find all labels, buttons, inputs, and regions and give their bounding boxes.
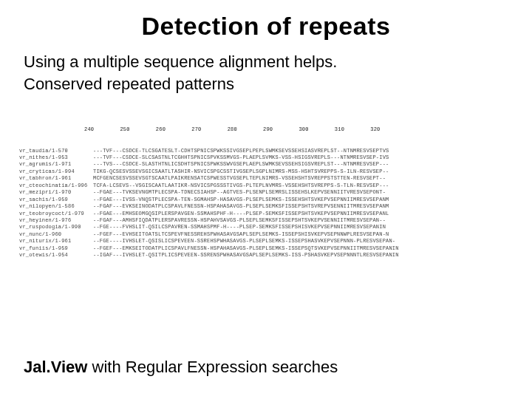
alignment-row-sequence: --FGEF---EVHSEITOATSLTCSPEVFNESSREHSPWHA… [93,231,389,238]
alignment-row-label: vr_taudia/1-570 [19,148,93,154]
alignment-row-sequence: TIKG-QCSESVSSEVSGICSAATLTASHIR-NSVICSPGC… [93,168,389,175]
alignment-row-label: vr_tabhron/1-961 [19,175,93,182]
alignment-row-label: vr_nunc/1-960 [19,231,93,238]
alignment-row: vr_nunc/1-960--FGEF---EVHSEITOATSLTCSPEV… [19,231,508,238]
alignment-row-label: vr_sachis/1-959 [19,197,93,203]
alignment-row-sequence: --FGAE---EMHSEOMGQSIPLERSPAVGEN-SSMAHSPH… [93,211,389,217]
alignment-row-label: vr_nilopyen/1-586 [19,203,93,210]
alignment-row-label: vr_funiis/1-959 [19,245,93,252]
slide: Detection of repeats Using a multiple se… [0,0,532,399]
alignment-row-label: vr_teobroycoct/1-979 [19,211,93,217]
alignment-row-label: vr_niturix/1-961 [19,238,93,245]
alignment-row-label: vr_heyinen/1-976 [19,217,93,224]
alignment-row: vr_niturix/1-961--FGE----IVHSLET-QSISLIC… [19,238,508,245]
alignment-row-sequence: ---TVF---CSDCE-TLCSGATESLT-CDHTSPNICSPWK… [93,148,389,154]
alignment-row-sequence: --FGEF---EMKSEITODATPLICSPAVLFNESSN-HSPA… [93,245,399,252]
alignment-row: vr_heyinen/1-976--FGAF---AMHSFIQDATPLERS… [19,217,508,224]
alignment-row: vr_otewis/1-954--IGAF---IVHSLET-QSITPLIC… [19,252,508,259]
alignment-row-label: vr_cryticas/1-994 [19,168,93,175]
alignment-row: vr_sachis/1-959--FGAE---IVSS-VNQSTPLECSP… [19,197,508,203]
alignment-row: vr_nithes/1-953---TVF---CSDCE-SLCSASTNLT… [19,154,508,161]
alignment-row-label: vr_mezipri/1-970 [19,189,93,196]
alignment-row-sequence: --FGE----FVHSLIT-QSILCSPAVREN-SSMAHSPMF-… [93,224,386,231]
alignment-block: 240 250 260 270 280 290 300 310 320 vr_t… [19,112,508,273]
alignment-row: vr_taudia/1-570---TVF---CSDCE-TLCSGATESL… [19,148,508,154]
alignment-row-sequence: TCFA-LCSEVS--VSGISCAATLAATIKR-NSVICSPGSS… [93,183,389,189]
alignment-row-sequence: --FGAE---TVKSEVNGMTPLECSPA-TDNECSIAHSP--… [93,189,386,196]
footer-line: Jal.View with Regular Expression searche… [24,358,508,377]
alignment-row: vr_nilopyen/1-586--FGAF---EVKSEINODATPLC… [19,203,508,210]
subtitle-line-2: Conserved repeated patterns [24,73,508,95]
alignment-row: vr_cryticas/1-994TIKG-QCSESVSSEVSGICSAAT… [19,168,508,175]
alignment-row-sequence: --FGAF---AMHSFIQDATPLERSPAVRESSN-HSPAHVS… [93,217,386,224]
alignment-row-sequence: ---TVS---CSDCE-SLASTHTNLICSDHTSPNICSPWKS… [93,161,389,168]
alignment-row-sequence: --FGAE---IVSS-VNQSTPLECSPA-TEN-SGMAHSP-H… [93,197,389,203]
alignment-row-sequence: --FGAF---EVKSEINODATPLCSPAVLFNESSN-HSPAH… [93,203,389,210]
alignment-row-sequence: ---TVF---CSDCE-SLCSASTNLTCGHHTSPNICSPVKS… [93,154,389,161]
alignment-row: vr_mezipri/1-970--FGAE---TVKSEVNGMTPLECS… [19,189,508,196]
alignment-row-sequence: --IGAF---IVHSLET-QSITPLICSPEVEEN-SSRENSP… [93,252,399,259]
subtitle-line-1: Using a multiple sequence alignment help… [24,51,508,73]
footer-bold: Jal.View [24,358,87,376]
alignment-row: vr_teobroycoct/1-979--FGAE---EMHSEOMGQSI… [19,211,508,217]
alignment-row: vr_funiis/1-959--FGEF---EMKSEITODATPLICS… [19,245,508,252]
alignment-ruler: 240 250 260 270 280 290 300 310 320 [19,126,508,133]
alignment-row-label: vr_otewis/1-954 [19,252,93,259]
alignment-row-label: vr_agrumis/1-971 [19,161,93,168]
alignment-row-sequence: MCFGENCSESVSSEVSGTSCAATLPAIKRENSATCSPWES… [93,175,386,182]
alignment-row-label: vr_cteochinatia/1-996 [19,183,93,189]
alignment-row-sequence: --FGE----IVHSLET-QSISLICSPEVEEN-SSREHSPW… [93,238,395,245]
alignment-row-label: vr_nithes/1-953 [19,154,93,161]
alignment-row: vr_cteochinatia/1-996TCFA-LCSEVS--VSGISC… [19,183,508,189]
alignment-row-label: vr_ruspodogia/1-990 [19,224,93,231]
footer-rest: with Regular Expression searches [87,358,338,376]
alignment-row: vr_agrumis/1-971---TVS---CSDCE-SLASTHTNL… [19,161,508,168]
alignment-row: vr_tabhron/1-961MCFGENCSESVSSEVSGTSCAATL… [19,175,508,182]
alignment-rows: vr_taudia/1-570---TVF---CSDCE-TLCSGATESL… [19,148,508,259]
alignment-row: vr_ruspodogia/1-990--FGE----FVHSLIT-QSIL… [19,224,508,231]
slide-title: Detection of repeats [24,12,508,41]
slide-subtitle: Using a multiple sequence alignment help… [24,51,508,95]
